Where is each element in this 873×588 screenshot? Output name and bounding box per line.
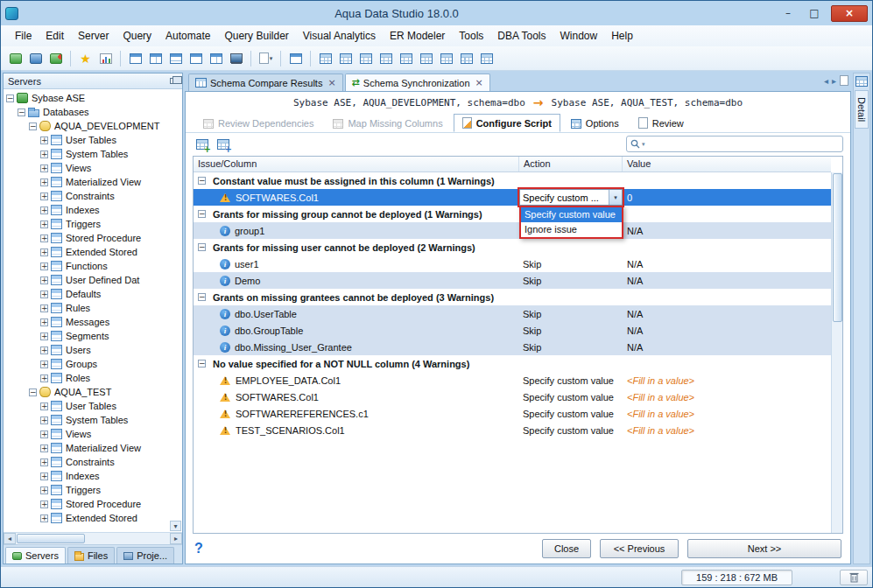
- tree-item-indexes[interactable]: +Indexes: [4, 469, 182, 483]
- tree-item-triggers[interactable]: +Triggers: [4, 483, 182, 497]
- next-tab-icon[interactable]: ▸: [832, 76, 836, 86]
- connect-server-icon[interactable]: [26, 49, 45, 67]
- wizard-tab-options[interactable]: Options: [562, 115, 628, 132]
- panel-tab-files[interactable]: Files: [67, 547, 115, 564]
- menu-dba-tools[interactable]: DBA Tools: [490, 27, 553, 45]
- value-cell[interactable]: N/A: [623, 305, 831, 322]
- issue-row-user1[interactable]: user1SkipN/A: [194, 256, 831, 272]
- issue-row-group1[interactable]: group1N/A: [194, 222, 831, 239]
- tree-item-triggers[interactable]: +Triggers: [4, 217, 182, 231]
- action-combobox[interactable]: Specify custom ...▾: [519, 189, 623, 206]
- tree-item-functions[interactable]: +Functions: [4, 259, 182, 273]
- issue-row-dbo-grouptable[interactable]: dbo.GroupTableSkipN/A: [194, 322, 831, 339]
- value-cell[interactable]: N/A: [623, 322, 831, 339]
- scrollbar-thumb[interactable]: [17, 534, 85, 543]
- expand-all-icon[interactable]: +: [193, 136, 211, 154]
- value-cell[interactable]: <Fill in a value>: [623, 372, 831, 388]
- tree-item-system-tables[interactable]: +System Tables: [4, 147, 182, 161]
- search-input[interactable]: [647, 139, 839, 150]
- collapse-all-icon[interactable]: +: [214, 136, 232, 154]
- menu-query[interactable]: Query: [116, 27, 158, 45]
- window-tile-horizontal-icon[interactable]: [166, 49, 185, 67]
- tree-scroll-down-icon[interactable]: ▾: [170, 521, 181, 531]
- tree-item-users[interactable]: +Users: [4, 343, 182, 357]
- search-options-icon[interactable]: ▾: [642, 141, 645, 148]
- monitor-icon[interactable]: [227, 49, 245, 67]
- tree-item-user-tables[interactable]: +User Tables: [4, 133, 182, 147]
- tab-schema-synchronization[interactable]: ⇄Schema Synchronization×: [345, 74, 490, 91]
- new-window-icon[interactable]: [286, 49, 305, 67]
- collapse-icon[interactable]: −: [198, 177, 206, 185]
- tree-item-databases[interactable]: −Databases: [4, 105, 182, 119]
- visual-analytics-icon[interactable]: [96, 49, 115, 67]
- expand-icon[interactable]: +: [40, 136, 48, 144]
- tree-item-views[interactable]: +Views: [4, 161, 182, 175]
- scrollbar-thumb[interactable]: [833, 173, 842, 322]
- undock-panel-icon[interactable]: [170, 78, 178, 84]
- column-header-value[interactable]: Value: [623, 157, 831, 172]
- grid-filter-icon[interactable]: [457, 49, 475, 67]
- collapse-icon[interactable]: −: [29, 388, 37, 396]
- chevron-down-icon[interactable]: ▾: [609, 190, 622, 205]
- expand-icon[interactable]: +: [40, 178, 48, 186]
- menu-query-builder[interactable]: Query Builder: [217, 27, 295, 45]
- close-tab-icon[interactable]: ×: [327, 78, 335, 88]
- register-server-icon[interactable]: [6, 49, 25, 67]
- issue-row-test-scenarios-col1[interactable]: TEST_SCENARIOS.Col1Specify custom value<…: [194, 422, 831, 438]
- expand-icon[interactable]: +: [40, 150, 48, 158]
- value-cell[interactable]: N/A: [623, 256, 831, 272]
- tree-item-materialized-view[interactable]: +Materialized View: [4, 441, 182, 455]
- value-cell[interactable]: <Fill in a value>: [623, 422, 831, 438]
- grid-pivot-icon[interactable]: [397, 49, 415, 67]
- tree-item-roles[interactable]: +Roles: [4, 371, 182, 385]
- collapse-icon[interactable]: −: [198, 360, 206, 368]
- action-cell[interactable]: Skip: [519, 339, 623, 355]
- tree-item-constraints[interactable]: +Constraints: [4, 455, 182, 469]
- expand-icon[interactable]: +: [40, 346, 48, 354]
- expand-icon[interactable]: +: [40, 500, 48, 508]
- minimize-button[interactable]: –: [775, 5, 801, 21]
- issue-row-dbo-missing-user-grantee[interactable]: dbo.Missing_User_GranteeSkipN/A: [194, 339, 831, 355]
- expand-icon[interactable]: +: [40, 304, 48, 312]
- panel-tab-proje[interactable]: Proje...: [116, 547, 174, 564]
- expand-icon[interactable]: +: [40, 276, 48, 284]
- value-cell[interactable]: N/A: [623, 222, 831, 239]
- window-tile-vertical-icon[interactable]: [146, 49, 165, 67]
- panel-tab-servers[interactable]: Servers: [5, 547, 66, 564]
- tree-item-aqua-test[interactable]: −AQUA_TEST: [4, 385, 182, 399]
- expand-icon[interactable]: +: [40, 444, 48, 452]
- menu-help[interactable]: Help: [604, 27, 640, 45]
- action-cell[interactable]: Skip: [519, 305, 623, 322]
- collapse-icon[interactable]: −: [198, 210, 206, 218]
- next-button[interactable]: Next >>: [687, 539, 841, 558]
- tree-item-segments[interactable]: +Segments: [4, 329, 182, 343]
- tab-schema-compare-results[interactable]: Schema Compare Results×: [188, 74, 343, 91]
- tree-item-defaults[interactable]: +Defaults: [4, 287, 182, 301]
- wizard-tab-review[interactable]: Review: [630, 114, 693, 132]
- tree-item-system-tables[interactable]: +System Tables: [4, 413, 182, 427]
- tree-item-messages[interactable]: +Messages: [4, 315, 182, 329]
- tree-item-user-defined-dat[interactable]: +User Defined Dat: [4, 273, 182, 287]
- value-cell[interactable]: N/A: [623, 272, 831, 289]
- menu-edit[interactable]: Edit: [39, 27, 71, 45]
- action-dropdown[interactable]: Specify custom valueIgnore issue: [519, 206, 623, 239]
- action-cell[interactable]: Specify custom ...▾: [519, 189, 623, 206]
- menu-er-modeler[interactable]: ER Modeler: [383, 27, 452, 45]
- expand-icon[interactable]: +: [40, 374, 48, 382]
- action-cell[interactable]: Skip: [519, 272, 623, 289]
- expand-icon[interactable]: +: [40, 220, 48, 228]
- expand-icon[interactable]: +: [40, 514, 48, 522]
- tree-item-stored-procedure[interactable]: +Stored Procedure: [4, 231, 182, 245]
- action-cell[interactable]: Skip: [519, 256, 623, 272]
- value-cell[interactable]: <Fill in a value>: [623, 388, 831, 405]
- collapse-icon[interactable]: −: [198, 243, 206, 251]
- maximize-button[interactable]: □: [801, 5, 827, 21]
- expand-icon[interactable]: +: [40, 416, 48, 424]
- action-cell[interactable]: Specify custom value: [519, 422, 623, 438]
- issue-row-softwarereferences-c1[interactable]: SOFTWAREREFERENCES.c1Specify custom valu…: [194, 405, 831, 422]
- menu-server[interactable]: Server: [71, 27, 116, 45]
- issue-group-header[interactable]: −Grants for missing group cannot be depl…: [194, 206, 831, 222]
- expand-icon[interactable]: +: [40, 290, 48, 298]
- issue-group-header[interactable]: −Grants for missing user cannot be deplo…: [194, 239, 831, 256]
- grid-results-icon[interactable]: [316, 49, 334, 67]
